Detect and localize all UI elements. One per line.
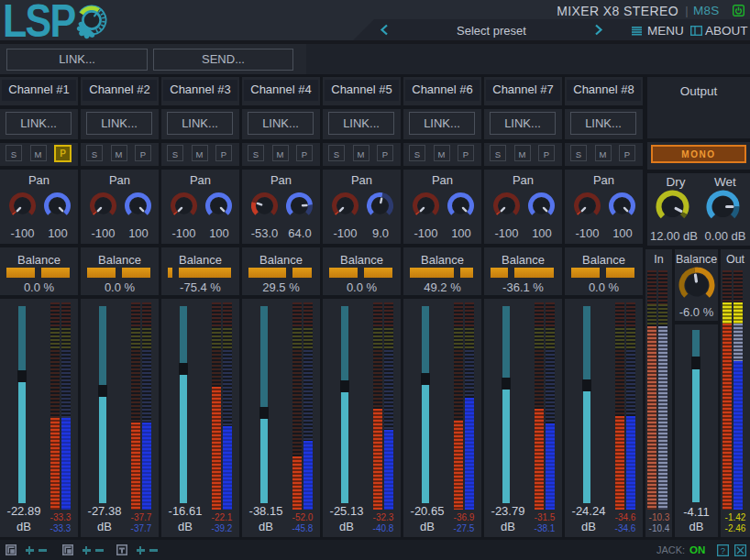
svg-text:?: ?	[721, 545, 725, 555]
